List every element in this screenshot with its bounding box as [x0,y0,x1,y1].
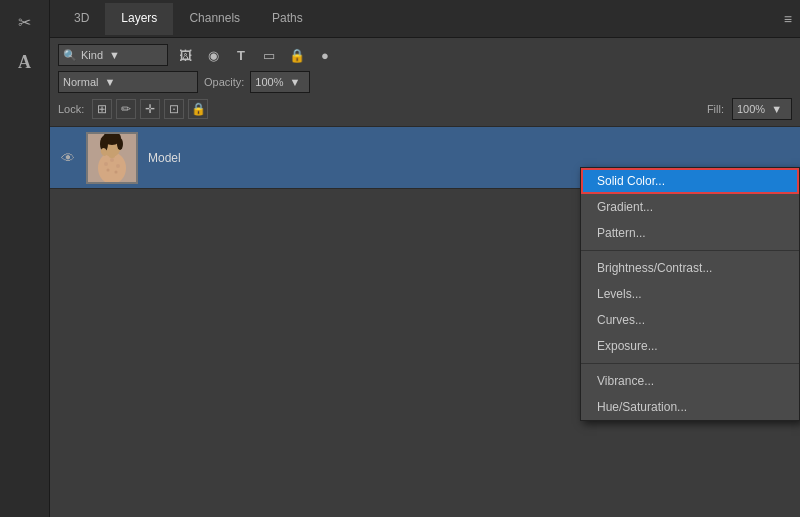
menu-separator-2 [581,363,799,364]
blend-mode-arrow: ▼ [104,76,115,88]
tab-layers[interactable]: Layers [105,3,173,35]
menu-item-brightness-contrast[interactable]: Brightness/Contrast... [581,255,799,281]
layer-thumbnail [86,132,138,184]
menu-item-exposure[interactable]: Exposure... [581,333,799,359]
fill-label: Fill: [707,103,724,115]
svg-point-6 [115,170,118,173]
opacity-select[interactable]: 100% ▼ [250,71,310,93]
lock-move[interactable]: ✛ [140,99,160,119]
svg-point-4 [116,164,120,168]
menu-item-pattern[interactable]: Pattern... [581,220,799,246]
menu-item-curves[interactable]: Curves... [581,307,799,333]
menu-item-gradient[interactable]: Gradient... [581,194,799,220]
svg-point-2 [104,162,108,166]
tab-bar: 3D Layers Channels Paths ≡ [50,0,800,38]
svg-point-5 [107,168,110,171]
tab-channels[interactable]: Channels [173,3,256,35]
lock-brush[interactable]: ✏ [116,99,136,119]
text-icon-btn[interactable]: T [230,44,252,66]
fill-value: 100% [737,103,765,115]
lock-label: Lock: [58,103,84,115]
kind-row: 🔍 Kind ▼ 🖼 ◉ T ▭ 🔒 ● [58,44,792,66]
visibility-icon[interactable]: 👁 [58,150,78,166]
opacity-arrow: ▼ [290,76,301,88]
panel-controls: 🔍 Kind ▼ 🖼 ◉ T ▭ 🔒 ● Normal ▼ Opacity: 1… [50,38,800,127]
tab-3d[interactable]: 3D [58,3,105,35]
panel-menu-icon[interactable]: ≡ [784,11,792,27]
scissors-tool[interactable]: ✂ [11,8,39,36]
left-toolbar: ✂ A [0,0,50,517]
lock-checkerboard[interactable]: ⊞ [92,99,112,119]
lock-transform[interactable]: ⊡ [164,99,184,119]
dot-icon-btn[interactable]: ● [314,44,336,66]
menu-item-hue-saturation[interactable]: Hue/Saturation... [581,394,799,420]
opacity-label: Opacity: [204,76,244,88]
fill-arrow: ▼ [771,103,782,115]
rect-icon-btn[interactable]: ▭ [258,44,280,66]
fill-select[interactable]: 100% ▼ [732,98,792,120]
layer-name: Model [148,151,181,165]
circle-icon-btn[interactable]: ◉ [202,44,224,66]
search-icon: 🔍 [63,49,77,62]
main-panel: 3D Layers Channels Paths ≡ 🔍 Kind ▼ 🖼 ◉ … [50,0,800,517]
menu-item-levels[interactable]: Levels... [581,281,799,307]
blend-opacity-row: Normal ▼ Opacity: 100% ▼ [58,71,792,93]
menu-item-vibrance[interactable]: Vibrance... [581,368,799,394]
svg-point-11 [117,138,123,150]
tab-paths[interactable]: Paths [256,3,319,35]
type-tool[interactable]: A [11,48,39,76]
lock-icon-btn[interactable]: 🔒 [286,44,308,66]
blend-mode-select[interactable]: Normal ▼ [58,71,198,93]
menu-separator-1 [581,250,799,251]
blend-mode-value: Normal [63,76,98,88]
menu-item-solid-color[interactable]: Solid Color... [581,168,799,194]
kind-dropdown-arrow: ▼ [109,49,120,61]
lock-all[interactable]: 🔒 [188,99,208,119]
svg-point-3 [110,158,114,162]
opacity-value: 100% [255,76,283,88]
kind-select[interactable]: 🔍 Kind ▼ [58,44,168,66]
lock-fill-row: Lock: ⊞ ✏ ✛ ⊡ 🔒 Fill: 100% ▼ [58,98,792,120]
context-menu: Solid Color... Gradient... Pattern... Br… [580,167,800,421]
image-icon-btn[interactable]: 🖼 [174,44,196,66]
layers-list: 👁 [50,127,800,517]
